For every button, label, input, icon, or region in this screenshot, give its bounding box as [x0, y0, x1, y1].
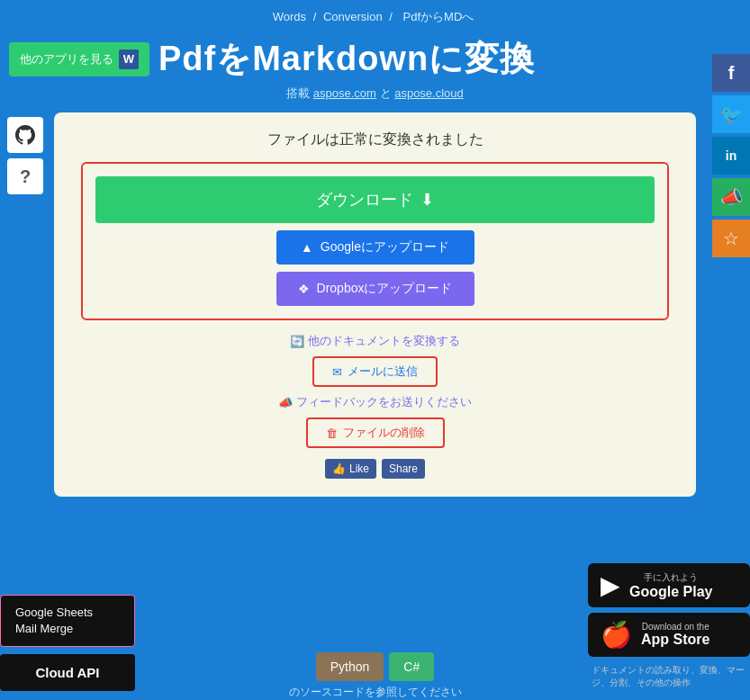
bottom-right-store: ▶ 手に入れよう Google Play 🍎 Download on the A… — [588, 563, 750, 691]
facebook-icon: f — [728, 63, 735, 84]
delete-label: ファイルの削除 — [343, 425, 425, 441]
feedback-icon: 📣 — [278, 396, 293, 409]
bottom-left-promo: Google Sheets Mail Merge Cloud API — [0, 595, 135, 691]
word-icon: W — [119, 49, 139, 69]
delete-button[interactable]: 🗑 ファイルの削除 — [306, 417, 445, 448]
subtitle: 搭載 aspose.com と aspose.cloud — [0, 85, 750, 102]
star-icon: ☆ — [723, 228, 739, 249]
promo-line1: Google Sheets — [15, 605, 120, 621]
app-store-big: App Store — [641, 632, 709, 648]
google-play-text: 手に入れよう Google Play — [629, 571, 712, 600]
star-button[interactable]: ☆ — [712, 220, 750, 257]
cloud-api-label: Cloud API — [35, 665, 99, 680]
social-share: 👍 Like Share — [325, 459, 425, 479]
bottom-code: Python C# のソースコードを参照してください — [289, 652, 462, 700]
action-box: ダウンロード ⬇ ▲ Googleにアップロード ❖ Dropboxにアップロー… — [81, 162, 669, 320]
megaphone-icon: 📣 — [720, 186, 743, 208]
email-label: メールに送信 — [348, 363, 418, 380]
breadcrumb-words[interactable]: Words — [273, 10, 306, 23]
google-play-icon: ▶ — [601, 570, 620, 600]
download-icon: ⬇ — [420, 190, 434, 210]
trash-icon: 🗑 — [326, 426, 338, 440]
promo-line2: Mail Merge — [15, 621, 120, 637]
linkedin-button[interactable]: in — [712, 137, 750, 175]
like-button[interactable]: 👍 Like — [325, 459, 376, 479]
google-upload-button[interactable]: ▲ Googleにアップロード — [276, 230, 474, 265]
breadcrumb: Words / Conversion / PdfからMDへ — [0, 0, 750, 31]
app-store-button[interactable]: 🍎 Download on the App Store — [588, 613, 750, 657]
refresh-icon: 🔄 — [290, 335, 304, 348]
conversion-status: ファイルは正常に変換されました — [81, 130, 669, 149]
share-label: Share — [389, 462, 418, 475]
megaphone-button[interactable]: 📣 — [712, 178, 750, 216]
convert-another-label: 他のドキュメントを変換する — [308, 333, 460, 349]
page-title: PdfをMarkdownに変換 — [158, 36, 535, 82]
right-sidebar: f 🐦 in 📣 ☆ — [712, 54, 750, 257]
python-label: Python — [330, 660, 370, 674]
google-upload-label: Googleにアップロード — [321, 239, 449, 256]
breadcrumb-sep2: / — [389, 10, 393, 23]
csharp-label: C# — [403, 660, 420, 674]
email-button[interactable]: ✉ メールに送信 — [312, 356, 438, 387]
google-play-small: 手に入れよう — [629, 571, 712, 584]
code-buttons: Python C# — [289, 652, 462, 681]
dropbox-icon: ❖ — [298, 282, 310, 296]
download-label: ダウンロード — [316, 189, 413, 211]
google-drive-icon: ▲ — [301, 240, 313, 255]
header-area: 他のアプリを見る W PdfをMarkdownに変換 — [0, 31, 750, 85]
dropbox-upload-label: Dropboxにアップロード — [317, 281, 453, 297]
twitter-button[interactable]: 🐦 — [712, 95, 750, 133]
facebook-button[interactable]: f — [712, 54, 750, 92]
convert-another-link[interactable]: 🔄 他のドキュメントを変換する — [290, 333, 460, 349]
promo-card[interactable]: Google Sheets Mail Merge — [0, 595, 135, 647]
source-code-link[interactable]: のソースコードを参照してください — [289, 685, 462, 700]
dropbox-upload-button[interactable]: ❖ Dropboxにアップロード — [276, 272, 474, 306]
secondary-actions: 🔄 他のドキュメントを変換する ✉ メールに送信 📣 フィードバックをお送りくだ… — [81, 333, 669, 479]
download-button[interactable]: ダウンロード ⬇ — [95, 176, 655, 223]
linkedin-icon: in — [726, 148, 736, 163]
cloud-api-button[interactable]: Cloud API — [0, 654, 135, 691]
app-store-small: Download on the — [641, 622, 709, 632]
store-description: ドキュメントの読み取り、変換、マージ、分割、その他の操作 — [588, 662, 750, 691]
like-label: Like — [349, 462, 369, 475]
twitter-icon: 🐦 — [720, 103, 743, 125]
help-icon: ? — [20, 166, 31, 187]
apple-icon: 🍎 — [601, 620, 632, 650]
aspose-cloud-link[interactable]: aspose.cloud — [394, 86, 464, 100]
github-button[interactable] — [7, 117, 43, 153]
app-store-text: Download on the App Store — [641, 622, 709, 648]
left-sidebar: ? — [0, 117, 50, 194]
breadcrumb-conversion[interactable]: Conversion — [323, 10, 383, 23]
envelope-icon: ✉ — [332, 365, 342, 379]
breadcrumb-current: PdfからMDへ — [403, 10, 474, 23]
thumbs-up-icon: 👍 — [332, 462, 346, 475]
other-apps-button[interactable]: 他のアプリを見る W — [9, 42, 149, 76]
feedback-label: フィードバックをお送りください — [296, 394, 472, 410]
aspose-com-link[interactable]: aspose.com — [313, 86, 376, 100]
breadcrumb-sep1: / — [313, 10, 317, 23]
main-card: ファイルは正常に変換されました ダウンロード ⬇ ▲ Googleにアップロード… — [54, 112, 696, 497]
google-play-button[interactable]: ▶ 手に入れよう Google Play — [588, 563, 750, 607]
csharp-button[interactable]: C# — [389, 652, 434, 681]
share-button[interactable]: Share — [382, 459, 425, 479]
feedback-link[interactable]: 📣 フィードバックをお送りください — [278, 394, 472, 410]
help-button[interactable]: ? — [7, 158, 43, 194]
python-button[interactable]: Python — [316, 652, 384, 681]
google-play-big: Google Play — [629, 584, 712, 600]
other-apps-label: 他のアプリを見る — [20, 51, 113, 67]
